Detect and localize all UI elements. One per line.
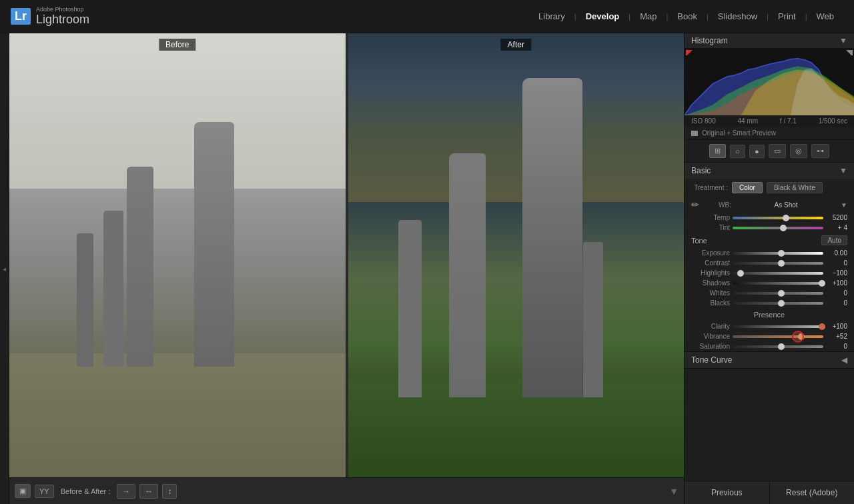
nav-library[interactable]: Library	[529, 11, 574, 21]
auto-button[interactable]: Auto	[821, 235, 847, 245]
after-label: After	[501, 39, 531, 51]
before-stone-2	[127, 167, 153, 367]
shadows-slider-track[interactable]	[733, 282, 823, 285]
tone-header-row: Tone Auto	[685, 233, 854, 248]
tone-curve-header[interactable]: Tone Curve ◀	[685, 352, 854, 368]
histogram-title: Histogram	[691, 36, 728, 45]
hist-clip-top-right-icon[interactable]	[846, 50, 853, 57]
wb-value: As Shot	[734, 201, 838, 209]
histogram-header: Histogram ▼	[685, 33, 854, 49]
treatment-row: Treatment : Color Black & White	[685, 179, 854, 197]
ba-arrow-right-button[interactable]: →	[117, 484, 135, 499]
nav-web[interactable]: Web	[807, 11, 844, 21]
blacks-slider-thumb[interactable]	[778, 300, 785, 307]
basic-section-header[interactable]: Basic ▼	[685, 163, 854, 179]
view-tone-button[interactable]: ◎	[790, 144, 807, 158]
previous-button[interactable]: Previous	[685, 481, 770, 504]
contrast-slider-thumb[interactable]	[778, 260, 785, 267]
view-yy-button[interactable]: YY	[35, 485, 54, 498]
shadows-label: Shadows	[691, 279, 730, 287]
before-stone-4	[103, 211, 123, 366]
center-content: Before After	[9, 33, 684, 504]
nav-map[interactable]: Map	[630, 11, 666, 21]
saturation-slider-row: Saturation 0	[685, 341, 854, 351]
view-rect-button[interactable]: ▭	[769, 144, 786, 158]
view-crop-button[interactable]: ○	[730, 145, 745, 158]
treatment-label: Treatment :	[691, 184, 728, 191]
right-panel-spacer	[685, 369, 854, 481]
contrast-slider-track[interactable]	[733, 262, 823, 265]
before-label: Before	[159, 39, 195, 51]
saturation-value: 0	[826, 343, 847, 350]
highlights-slider-thumb[interactable]	[737, 270, 744, 277]
nav-slideshow[interactable]: Slideshow	[709, 11, 767, 21]
shadows-slider-row: Shadows +100	[685, 278, 854, 288]
tone-curve-arrow-icon: ◀	[841, 355, 847, 365]
camera-focal: 44 mm	[737, 117, 758, 125]
contrast-value: 0	[826, 259, 847, 267]
temp-slider-thumb[interactable]	[783, 215, 789, 221]
shadows-value: +100	[826, 279, 847, 287]
after-photo	[348, 33, 685, 477]
basic-section: Basic ▼ Treatment : Color Black & White …	[685, 163, 854, 352]
eyedropper-icon[interactable]: ✏	[691, 199, 699, 210]
clarity-slider-thumb[interactable]	[819, 323, 825, 330]
ba-arrow-updown-button[interactable]: ↕	[162, 484, 177, 499]
whites-slider-track[interactable]	[733, 292, 823, 295]
blacks-slider-track[interactable]	[733, 302, 823, 305]
camera-iso: ISO 800	[691, 117, 716, 125]
temp-value: 5200	[826, 214, 847, 221]
nav-print[interactable]: Print	[769, 11, 805, 21]
view-hsl-button[interactable]: ⊶	[811, 144, 829, 158]
camera-shutter: 1/500 sec	[819, 117, 847, 125]
view-square-button[interactable]: ▣	[15, 484, 31, 498]
nav-book[interactable]: Book	[668, 11, 707, 21]
after-panel: After	[348, 33, 685, 477]
smart-preview-row: Original + Smart Preview	[685, 127, 854, 140]
histogram-svg	[685, 49, 854, 115]
vibrance-slider-track[interactable]	[733, 335, 823, 338]
hist-clip-top-left-icon[interactable]	[686, 50, 693, 57]
blacks-value: 0	[826, 299, 847, 307]
blacks-label: Blacks	[691, 299, 730, 307]
before-sky	[9, 33, 346, 189]
view-grid-button[interactable]: ⊞	[709, 144, 726, 158]
nav-menu: Library | Develop | Map | Book | Slidesh…	[529, 11, 843, 21]
histogram-section: Histogram ▼	[685, 33, 854, 140]
top-navigation: Lr Adobe Photoshop Lightroom Library | D…	[0, 0, 854, 33]
whites-slider-thumb[interactable]	[778, 290, 785, 297]
exposure-slider-track[interactable]	[733, 252, 823, 255]
shadows-slider-thumb[interactable]	[819, 280, 825, 287]
after-stone-3	[398, 220, 422, 397]
wb-dropdown-icon[interactable]: ▼	[841, 201, 847, 209]
app-logo: Lr Adobe Photoshop Lightroom	[11, 6, 89, 27]
ba-arrow-lr-button[interactable]: ↔	[139, 484, 158, 499]
ba-label: Before & After :	[61, 487, 111, 495]
before-photo-container	[9, 33, 346, 477]
left-panel-toggle[interactable]: ◂	[0, 33, 9, 504]
clarity-slider-track[interactable]	[733, 325, 823, 328]
temp-slider-track[interactable]	[733, 217, 823, 219]
presence-header: Presence	[685, 308, 854, 321]
highlights-slider-track[interactable]	[733, 272, 823, 275]
saturation-slider-thumb[interactable]	[778, 343, 785, 350]
basic-title: Basic	[691, 166, 711, 175]
clarity-slider-row: Clarity +100	[685, 321, 854, 331]
saturation-slider-track[interactable]	[733, 345, 823, 348]
view-circle-button[interactable]: ●	[749, 145, 765, 158]
tint-slider-track[interactable]	[733, 227, 823, 229]
whites-slider-row: Whites 0	[685, 288, 854, 298]
nav-develop[interactable]: Develop	[576, 11, 629, 21]
scroll-down-icon[interactable]: ▼	[669, 486, 679, 497]
bw-treatment-button[interactable]: Black & White	[767, 182, 823, 193]
view-modes-row: ⊞ ○ ● ▭ ◎ ⊶	[685, 140, 854, 163]
histogram-canvas	[685, 49, 854, 115]
reset-button[interactable]: Reset (Adobe)	[770, 481, 855, 504]
highlights-label: Highlights	[691, 269, 730, 277]
tone-label: Tone	[691, 237, 707, 245]
color-treatment-button[interactable]: Color	[732, 182, 763, 193]
smart-preview-label: Original + Smart Preview	[702, 129, 776, 137]
exposure-slider-thumb[interactable]	[778, 250, 785, 257]
tint-slider-thumb[interactable]	[780, 225, 787, 231]
vibrance-slider-row: Vibrance +52	[685, 331, 854, 341]
